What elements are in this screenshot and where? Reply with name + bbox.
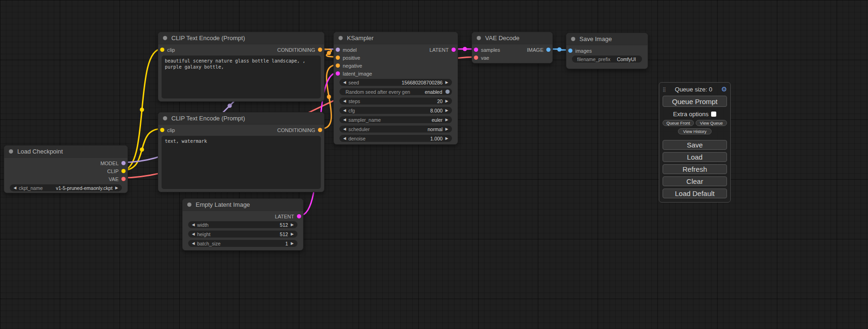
save-button[interactable]: Save [663,140,727,150]
collapse-dot-icon[interactable] [571,37,575,41]
widget-height[interactable]: ◀ height 512 ▶ [188,231,297,238]
toggle-dot-icon[interactable] [445,90,450,94]
widget-filename-prefix[interactable]: filename_prefix ComfyUI [572,56,642,63]
node-load-checkpoint[interactable]: Load Checkpoint MODEL CLIP VAE ◀ ckpt_na… [4,145,128,193]
input-port-positive[interactable] [336,56,340,60]
prompt-textarea[interactable]: text, watermark [162,136,321,189]
increment-arrow-icon[interactable]: ▶ [289,221,295,228]
input-port-clip[interactable] [160,48,164,52]
refresh-button[interactable]: Refresh [663,164,727,174]
view-queue-button[interactable]: View Queue [696,120,727,126]
decrement-arrow-icon[interactable]: ◀ [342,135,347,142]
decrement-arrow-icon[interactable]: ◀ [342,107,347,114]
output-port-image[interactable] [546,48,550,52]
output-row: VAE [4,175,127,183]
widget-sampler-name[interactable]: ◀ sampler_name euler ▶ [339,116,452,123]
node-empty-latent-image[interactable]: Empty Latent Image LATENT ◀ width 512 ▶ … [182,198,303,251]
decrement-arrow-icon[interactable]: ◀ [342,116,347,123]
input-port-clip[interactable] [160,128,164,132]
input-port-vae[interactable] [474,56,478,60]
node-title-bar[interactable]: VAE Decode [472,32,552,44]
widget-value: ComfyUI [617,56,636,62]
decrement-arrow-icon[interactable]: ◀ [342,126,347,133]
increment-arrow-icon[interactable]: ▶ [444,107,450,114]
node-title-bar[interactable]: KSampler [334,32,458,44]
node-vae-decode[interactable]: VAE Decode samples IMAGE vae [472,32,553,63]
output-port-conditioning[interactable] [318,48,322,52]
widget-value: enabled [425,89,442,95]
input-port-latent-image[interactable] [336,71,340,76]
decrement-arrow-icon[interactable]: ◀ [12,184,18,191]
node-title: CLIP Text Encode (Prompt) [171,115,245,122]
widget-value: 20 [437,98,443,104]
node-clip-text-encode-positive[interactable]: CLIP Text Encode (Prompt) clip CONDITION… [158,32,325,102]
clear-button[interactable]: Clear [663,176,727,186]
increment-arrow-icon[interactable]: ▶ [444,126,450,133]
increment-arrow-icon[interactable]: ▶ [289,240,295,247]
node-title: Save Image [579,35,612,42]
increment-arrow-icon[interactable]: ▶ [444,135,450,142]
input-port-model[interactable] [336,48,340,52]
collapse-dot-icon[interactable] [339,36,343,40]
output-port-clip[interactable] [121,169,126,173]
widget-cfg[interactable]: ◀ cfg 8.000 ▶ [339,107,452,114]
widget-denoise[interactable]: ◀ denoise 1.000 ▶ [339,135,452,142]
drag-handle-icon[interactable]: ⣿ [663,87,666,92]
collapse-dot-icon[interactable] [163,116,167,120]
decrement-arrow-icon[interactable]: ◀ [342,98,347,105]
output-port-vae[interactable] [121,177,126,181]
input-label-negative: negative [343,63,362,69]
decrement-arrow-icon[interactable]: ◀ [191,231,196,238]
node-title-bar[interactable]: CLIP Text Encode (Prompt) [158,32,324,44]
collapse-dot-icon[interactable] [9,149,13,154]
prompt-textarea[interactable]: beautiful scenery nature glass bottle la… [162,56,321,98]
decrement-arrow-icon[interactable]: ◀ [342,79,347,86]
output-port-latent[interactable] [297,214,301,218]
load-button[interactable]: Load [663,152,727,162]
input-port-negative[interactable] [336,63,340,68]
collapse-dot-icon[interactable] [477,36,481,40]
node-title-bar[interactable]: CLIP Text Encode (Prompt) [158,112,324,125]
extra-options-checkbox[interactable] [711,112,716,117]
widget-seed[interactable]: ◀ seed 156680208700286 ▶ [339,79,452,86]
decrement-arrow-icon[interactable]: ◀ [191,221,196,228]
decrement-arrow-icon[interactable]: ◀ [191,240,196,247]
queue-panel: ⣿ Queue size: 0 ⚙ Queue Prompt Extra opt… [659,82,731,203]
input-port-images[interactable] [568,49,572,53]
widget-ckpt-name[interactable]: ◀ ckpt_name v1-5-pruned-emaonly.ckpt ▶ [10,184,122,191]
widget-scheduler[interactable]: ◀ scheduler normal ▶ [339,126,452,133]
node-ksampler[interactable]: KSampler model LATENT positive negative … [333,32,458,145]
collapse-dot-icon[interactable] [187,203,191,207]
widget-steps[interactable]: ◀ steps 20 ▶ [339,98,452,105]
increment-arrow-icon[interactable]: ▶ [289,231,295,238]
increment-arrow-icon[interactable]: ▶ [444,116,450,123]
output-port-conditioning[interactable] [318,128,322,132]
increment-arrow-icon[interactable]: ▶ [114,184,120,191]
output-port-model[interactable] [121,161,126,165]
node-save-image[interactable]: Save Image images filename_prefix ComfyU… [566,33,648,69]
input-port-samples[interactable] [474,48,478,52]
node-title-bar[interactable]: Empty Latent Image [183,199,303,211]
increment-arrow-icon[interactable]: ▶ [444,79,450,86]
widget-value: euler [431,117,442,123]
settings-gear-icon[interactable]: ⚙ [721,85,727,93]
graph-canvas[interactable]: Load Checkpoint MODEL CLIP VAE ◀ ckpt_na… [0,0,868,329]
widget-random-seed-toggle[interactable]: Random seed after every gen enabled [339,88,452,95]
port-row: model LATENT [334,46,458,54]
load-default-button[interactable]: Load Default [663,189,727,198]
queue-prompt-button[interactable]: Queue Prompt [663,96,727,107]
output-port-latent[interactable] [452,48,456,52]
increment-arrow-icon[interactable]: ▶ [444,98,450,105]
output-label-conditioning: CONDITIONING [277,47,315,53]
extra-options-label: Extra options [673,111,709,118]
widget-batch-size[interactable]: ◀ batch_size 1 ▶ [188,240,297,247]
widget-label: cfg [348,108,355,113]
node-title-bar[interactable]: Save Image [566,33,648,45]
view-history-button[interactable]: View History [678,128,712,134]
node-clip-text-encode-negative[interactable]: CLIP Text Encode (Prompt) clip CONDITION… [158,112,325,192]
collapse-dot-icon[interactable] [163,36,167,40]
queue-front-button[interactable]: Queue Front [663,120,694,126]
widget-width[interactable]: ◀ width 512 ▶ [188,221,297,228]
node-title-bar[interactable]: Load Checkpoint [4,146,127,158]
widget-label: scheduler [348,126,370,132]
